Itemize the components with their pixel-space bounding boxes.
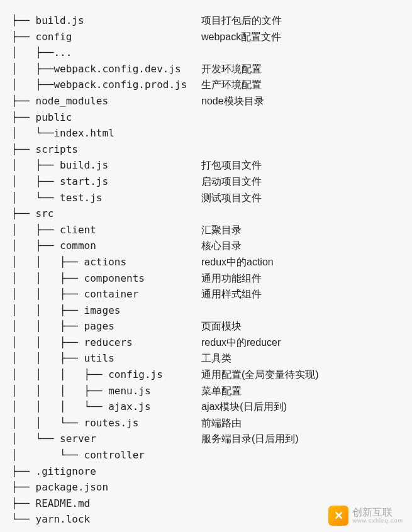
tree-item-name: ajax.js: [108, 399, 150, 415]
tree-item-description: webpack配置文件: [201, 29, 281, 45]
tree-row: │ ├──webpack.config.dev.js开发环境配置: [11, 61, 401, 77]
tree-item-description: 服务端目录(日后用到): [201, 431, 299, 447]
tree-row: │ └── controller: [11, 447, 401, 463]
tree-prefix: │ │ ├──: [11, 270, 84, 287]
tree-item-description: 通用功能组件: [201, 270, 262, 287]
tree-row: ├── configwebpack配置文件: [11, 29, 401, 45]
tree-row: │ │ ├── actionsredux中的action: [11, 254, 401, 270]
tree-row: │ │ ├── utils工具类: [11, 350, 401, 367]
tree-item-name: common: [60, 238, 96, 254]
tree-row: ├── public: [11, 109, 401, 126]
tree-prefix: ├──: [11, 93, 36, 109]
tree-item-description: 前端路由: [201, 415, 242, 431]
watermark-main: 创新互联: [352, 507, 403, 518]
tree-item-name: start.js: [60, 174, 108, 190]
tree-item-description: 生产环境配置: [201, 77, 262, 93]
tree-row: │ │ ├── components通用功能组件: [11, 270, 401, 287]
tree-item-name: config: [36, 29, 72, 45]
tree-row: │ ├── client汇聚目录: [11, 222, 401, 238]
tree-prefix: ├──: [11, 13, 36, 29]
tree-item-name: webpack.config.dev.js: [53, 61, 181, 77]
tree-item-description: 菜单配置: [201, 383, 242, 399]
tree-prefix: │ ├──: [11, 45, 53, 61]
tree-item-name: index.html: [53, 125, 114, 141]
tree-prefix: ├──: [11, 206, 36, 222]
tree-item-description: 通用配置(全局变量待实现): [201, 367, 319, 383]
tree-item-name: server: [60, 431, 96, 447]
tree-row: │ └── server服务端目录(日后用到): [11, 431, 401, 447]
tree-item-description: redux中的reducer: [201, 335, 281, 351]
tree-item-description: 通用样式组件: [201, 286, 262, 302]
tree-row: │ ├── build.js打包项目文件: [11, 157, 401, 174]
tree-item-name: public: [36, 109, 72, 126]
tree-row: │ └──index.html: [11, 125, 401, 141]
tree-prefix: │ │ ├──: [11, 286, 84, 302]
tree-item-name: utils: [84, 350, 114, 367]
tree-item-name: test.js: [60, 190, 102, 206]
tree-item-name: yarn.lock: [36, 511, 91, 528]
tree-item-name: images: [84, 302, 121, 319]
tree-prefix: ├──: [11, 141, 36, 158]
tree-prefix: │ ├──: [11, 61, 53, 77]
tree-prefix: │ │ ├──: [11, 335, 84, 351]
tree-item-description: 启动项目文件: [201, 174, 262, 190]
tree-row: │ ├──...: [11, 45, 401, 61]
tree-row: ├── src: [11, 206, 401, 222]
tree-row: ├── .gitignore: [11, 463, 401, 480]
tree-item-name: controller: [84, 447, 145, 463]
tree-item-name: routes.js: [84, 415, 139, 431]
tree-item-description: 页面模块: [201, 318, 242, 335]
tree-item-description: 核心目录: [201, 238, 242, 254]
tree-prefix: │ │ ├──: [11, 254, 84, 270]
tree-row: │ ├──webpack.config.prod.js生产环境配置: [11, 77, 401, 93]
tree-item-name: pages: [84, 318, 114, 335]
tree-prefix: │ └──: [11, 190, 60, 206]
tree-prefix: │ ├──: [11, 238, 60, 254]
tree-item-name: container: [84, 286, 139, 302]
tree-row: │ └── test.js测试项目文件: [11, 190, 401, 206]
file-tree: ├── build.js项目打包后的文件├── configwebpack配置文…: [11, 13, 401, 528]
tree-row: │ │ ├── reducersredux中的reducer: [11, 335, 401, 351]
tree-item-name: scripts: [36, 141, 78, 158]
tree-prefix: │ ├──: [11, 157, 60, 174]
watermark-logo-icon: ✕: [328, 506, 348, 526]
tree-item-description: 项目打包后的文件: [201, 13, 282, 29]
tree-item-description: 测试项目文件: [201, 190, 262, 206]
tree-prefix: │ │ ├──: [11, 302, 84, 319]
tree-item-name: config.js: [108, 367, 163, 383]
tree-prefix: │ └──: [11, 447, 84, 463]
tree-item-description: ajax模块(日后用到): [201, 399, 287, 415]
tree-item-name: actions: [84, 254, 126, 270]
tree-item-name: node_modules: [36, 93, 109, 109]
tree-item-description: 汇聚目录: [201, 222, 242, 238]
watermark-icon-glyph: ✕: [334, 507, 343, 525]
tree-item-name: components: [84, 270, 145, 287]
tree-row: ├── node_modulesnode模块目录: [11, 93, 401, 109]
tree-row: │ │ │ └── ajax.jsajax模块(日后用到): [11, 399, 401, 415]
tree-item-description: 开发环境配置: [201, 61, 262, 77]
tree-row: │ ├── common核心目录: [11, 238, 401, 254]
tree-prefix: │ │ │ ├──: [11, 367, 108, 383]
tree-item-name: README.md: [36, 496, 91, 512]
watermark-text: 创新互联 www.cxhlcq.com: [352, 507, 403, 524]
tree-prefix: │ │ │ └──: [11, 399, 108, 415]
tree-row: ├── scripts: [11, 141, 401, 158]
tree-prefix: │ └──: [11, 431, 60, 447]
tree-prefix: ├──: [11, 109, 36, 126]
tree-item-name: reducers: [84, 335, 133, 351]
tree-row: │ │ ├── pages页面模块: [11, 318, 401, 335]
tree-row: ├── build.js项目打包后的文件: [11, 13, 401, 29]
tree-item-name: client: [60, 222, 96, 238]
tree-prefix: │ │ ├──: [11, 318, 84, 335]
tree-prefix: │ │ ├──: [11, 350, 84, 367]
tree-prefix: │ │ │ ├──: [11, 383, 108, 399]
tree-prefix: ├──: [11, 29, 36, 45]
tree-item-name: ...: [53, 45, 72, 61]
tree-item-description: 工具类: [201, 350, 231, 367]
tree-row: │ │ │ ├── config.js通用配置(全局变量待实现): [11, 367, 401, 383]
tree-item-name: build.js: [36, 13, 84, 29]
tree-item-name: build.js: [60, 157, 108, 174]
tree-item-name: src: [36, 206, 54, 222]
tree-prefix: ├──: [11, 479, 36, 496]
watermark-sub: www.cxhlcq.com: [352, 518, 403, 524]
